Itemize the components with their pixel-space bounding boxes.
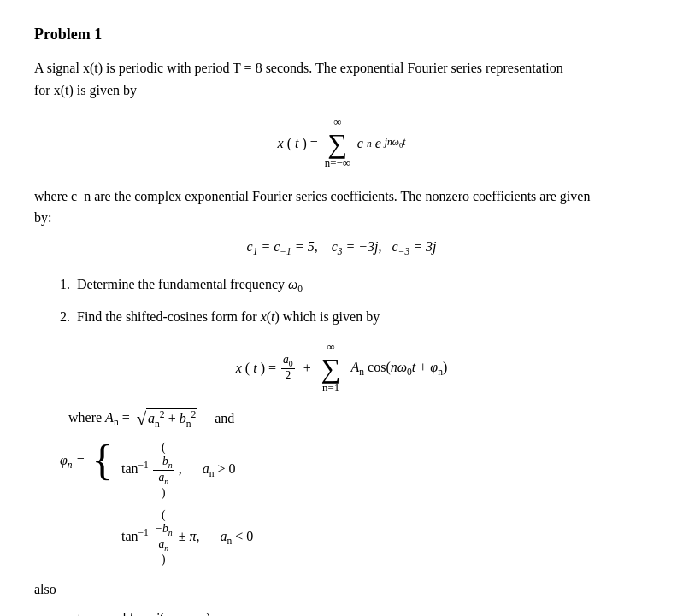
coeff-paragraph: where c_n are the complex exponential Fo… (34, 185, 649, 229)
an-bn-formula: an = cn + c−n and bn = j(cn − c−n). (34, 607, 649, 616)
main-equation-2: x(t) = a0 2 + ∞ ∑ n=1 An cos(nω0t + φn) (34, 341, 649, 395)
intro-paragraph: A signal x(t) is periodic with period T … (34, 57, 649, 101)
summation-symbol-2: ∞ ∑ n=1 (321, 341, 341, 395)
main-equation-1: x(t) = ∞ ∑ n=−∞ cnejnω0t (34, 116, 649, 170)
where-an: where An = √ an2 + bn2 and (68, 408, 649, 429)
also-label: also (34, 578, 649, 601)
question-2: 2. Find the shifted-cosines form for x(t… (60, 306, 649, 328)
question-1: 1. Determine the fundamental frequency ω… (60, 273, 649, 297)
summation-symbol-1: ∞ ∑ n=−∞ (325, 116, 350, 170)
problem-title: Problem 1 (34, 26, 649, 44)
given-coefficients: c1 = c−1 = 5, c3 = −3j, c−3 = 3j (34, 239, 649, 256)
phi-definition: φn = { tan−1 ( −bn an ) , an > 0 tan−1 (60, 441, 649, 566)
sqrt-an-bn: √ an2 + bn2 (137, 408, 198, 429)
